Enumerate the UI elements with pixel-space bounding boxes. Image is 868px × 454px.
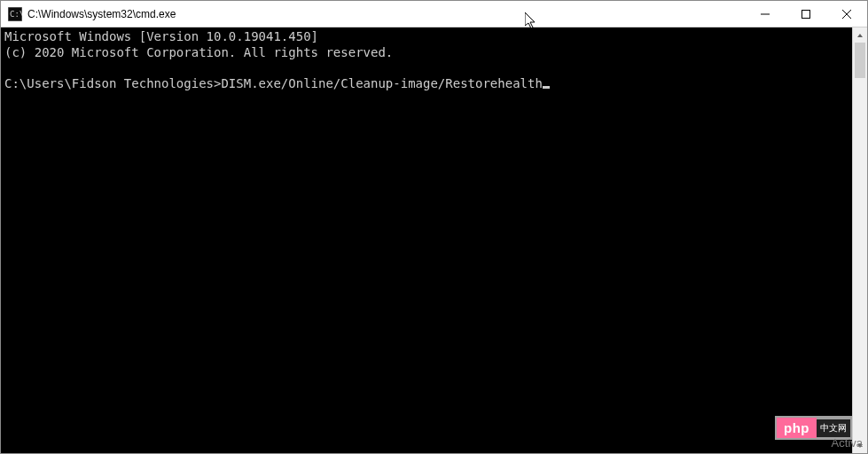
window-title: C:\Windows\system32\cmd.exe	[27, 8, 745, 20]
console-line: (c) 2020 Microsoft Corporation. All righ…	[4, 45, 393, 59]
scroll-track[interactable]	[853, 43, 867, 438]
php-badge-label: php	[777, 418, 817, 438]
cmd-window: C:\ C:\Windows\system32\cmd.exe Microsof…	[0, 0, 868, 454]
scroll-up-arrow[interactable]	[853, 27, 867, 43]
window-controls	[745, 1, 867, 27]
scroll-down-arrow[interactable]	[853, 438, 867, 453]
scroll-thumb[interactable]	[855, 43, 865, 78]
minimize-button[interactable]	[745, 1, 786, 27]
maximize-button[interactable]	[786, 1, 826, 27]
console-line: Microsoft Windows [Version 10.0.19041.45…	[4, 29, 318, 43]
vertical-scrollbar[interactable]	[852, 27, 867, 453]
php-badge-cn: 中文网	[817, 419, 850, 437]
cmd-icon: C:\	[8, 7, 22, 21]
console-prompt: C:\Users\Fidson Technologies>	[4, 76, 221, 90]
console-output[interactable]: Microsoft Windows [Version 10.0.19041.45…	[1, 27, 852, 453]
svg-rect-3	[802, 10, 810, 18]
php-badge: php 中文网	[775, 416, 852, 440]
svg-marker-7	[857, 444, 863, 448]
titlebar[interactable]: C:\ C:\Windows\system32\cmd.exe	[1, 1, 867, 27]
close-button[interactable]	[826, 1, 867, 27]
console-area: Microsoft Windows [Version 10.0.19041.45…	[1, 27, 867, 453]
text-cursor	[543, 86, 550, 89]
console-command: DISM.exe/Online/Cleanup-image/Restorehea…	[221, 76, 542, 90]
svg-marker-6	[857, 34, 863, 37]
svg-text:C:\: C:\	[10, 10, 22, 19]
